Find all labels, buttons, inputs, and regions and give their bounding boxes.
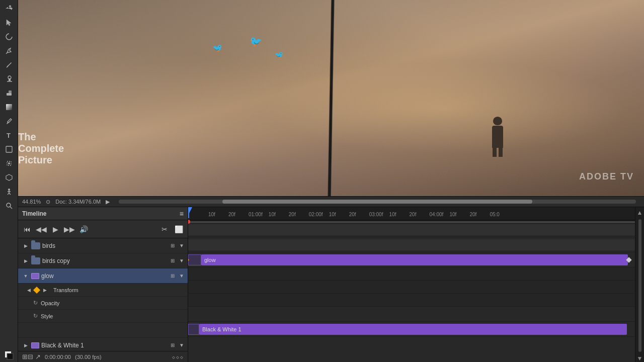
cut-tool-btn[interactable]: ✂ (158, 223, 171, 235)
ruler-tick-9: 03:00f (369, 212, 383, 217)
ruler-tick-14: 20f (469, 212, 476, 217)
first-frame-btn[interactable]: ⏮ (21, 223, 33, 235)
fps-label: (30.00 fps) (75, 354, 102, 360)
sublayer-cycle-style: ↻ (33, 313, 38, 319)
figure (489, 117, 506, 157)
audio-btn[interactable]: 🔊 (77, 223, 90, 235)
expand-black-white[interactable]: ▶ (22, 342, 29, 349)
panel-scroll-down[interactable]: ▼ (637, 355, 643, 362)
bird-1: 🐦 (212, 43, 222, 53)
panel-scrollbar[interactable] (638, 219, 641, 352)
expand-glow[interactable]: ▼ (22, 273, 29, 280)
sublayer-style-label: Style (41, 313, 53, 319)
expand-birds[interactable]: ▶ (22, 242, 29, 249)
layer-name-birds: birds (42, 242, 167, 249)
doc-info: Doc: 3.34M/76.0M (55, 199, 101, 205)
svg-rect-8 (6, 104, 12, 110)
bw-track-label: Black & White 1 (202, 326, 242, 332)
canvas-preview: 🐦 🐦 🐦 The Complete Picture ADOBE TV (18, 0, 644, 196)
timeline-menu-icon[interactable]: ≡ (180, 210, 184, 218)
layer-settings-bw[interactable]: ▼ (178, 341, 186, 349)
sublayer-style[interactable]: ↻ Style (18, 310, 188, 323)
sublayer-cycle-opacity: ↻ (33, 300, 38, 306)
svg-line-16 (9, 193, 11, 195)
track-spacer (188, 307, 635, 322)
text-tool[interactable]: T (3, 129, 16, 142)
next-frame-btn[interactable]: ▶▶ (63, 223, 75, 235)
figure-head (493, 117, 502, 125)
layer-settings-birds[interactable]: ▼ (178, 242, 186, 250)
figure-body (492, 126, 503, 148)
svg-point-11 (8, 162, 10, 164)
layer-glow[interactable]: ▼ glow ⊞ ▼ (18, 268, 188, 284)
eraser-tool[interactable] (3, 86, 16, 100)
track-black-white: Black & White 1 (188, 322, 635, 337)
eyedropper-tool[interactable] (3, 115, 16, 128)
stamp-tool[interactable] (3, 72, 16, 85)
kf-next-btn[interactable]: ▶ (41, 287, 48, 294)
layer-black-white[interactable]: ▶ Black & White 1 ⊞ ▼ (18, 338, 188, 351)
transform-tool[interactable] (3, 157, 16, 170)
move-tool[interactable] (3, 2, 16, 15)
layer-video-toggle-birds[interactable]: ⊞ (169, 242, 177, 250)
scroll-thumb-inner (222, 200, 533, 204)
layer-birds-copy[interactable]: ▶ birds copy ⊞ ▼ (18, 253, 188, 268)
figure-legs (493, 148, 503, 157)
track-glow-sub2 (188, 281, 635, 294)
export-icon[interactable]: ↗ (35, 353, 41, 360)
layer-name-glow: glow (41, 273, 167, 280)
layer-video-toggle-glow[interactable]: ⊞ (169, 272, 177, 280)
brush-tool[interactable] (3, 58, 16, 71)
lasso-tool[interactable] (3, 30, 16, 43)
ruler-tick-4: 10f (269, 212, 276, 217)
zoom-tool[interactable] (3, 199, 16, 212)
keyframe-nav: ◀ ▶ Transform (18, 284, 188, 297)
keyframe-controls: ⬦⬦⬦ (172, 353, 184, 360)
ruler-tick-11: 20f (410, 212, 417, 217)
play-btn[interactable]: ▶ (49, 223, 61, 235)
panel-scroll-up[interactable]: ▲ (637, 209, 643, 216)
scroll-bar[interactable] (119, 200, 636, 204)
svg-rect-6 (7, 93, 12, 96)
tracks-area: glow + (188, 222, 635, 362)
foreground-bg-color[interactable] (3, 349, 16, 362)
prev-frame-btn[interactable]: ◀◀ (35, 223, 47, 235)
ruler-tick-3: 01:00f (249, 212, 263, 217)
kf-prev-btn[interactable]: ◀ (25, 287, 32, 294)
figure-leg-left (493, 148, 497, 157)
expand-birds-copy[interactable]: ▶ (22, 257, 29, 264)
kf-diamond[interactable] (33, 286, 40, 293)
layer-panel: Timeline ≡ ⏮ ◀◀ ▶ ▶▶ 🔊 ✂ ⬜ ▶ (18, 207, 188, 362)
kf-control-icon[interactable]: ⬦⬦⬦ (172, 353, 184, 360)
select-tool[interactable] (3, 16, 16, 29)
pen-tool[interactable] (3, 44, 16, 57)
svg-rect-10 (6, 146, 12, 152)
svg-point-17 (7, 203, 11, 207)
layer-settings-birds-copy[interactable]: ▼ (178, 257, 186, 265)
layer-video-toggle-bw[interactable]: ⊞ (169, 341, 177, 349)
folder-icon-birds (31, 242, 40, 249)
layer-settings-glow[interactable]: ▼ (178, 272, 186, 280)
svg-line-18 (10, 207, 12, 209)
layer-name-birds-copy: birds copy (42, 257, 167, 264)
play-button[interactable]: ▶ (106, 199, 110, 205)
svg-rect-20 (7, 353, 13, 359)
svg-line-2 (6, 53, 7, 54)
monitor-btn[interactable]: ⬜ (173, 223, 185, 235)
3d-tool[interactable] (3, 171, 16, 184)
ruler-tick-12: 04:00f (430, 212, 444, 217)
shape-tool[interactable] (3, 143, 16, 156)
layer-controls-bw: ⊞ ▼ (169, 341, 186, 349)
track-birds-copy (188, 237, 635, 252)
sublayer-opacity[interactable]: ↻ Opacity (18, 297, 188, 310)
gradient-tool[interactable] (3, 101, 16, 114)
layer-video-toggle-birds-copy[interactable]: ⊞ (169, 257, 177, 265)
svg-rect-7 (9, 90, 12, 93)
layer-birds[interactable]: ▶ birds ⊞ ▼ (18, 238, 188, 253)
frame-icons[interactable]: ⊞⊟ (22, 353, 33, 360)
puppet-tool[interactable] (3, 185, 16, 198)
timeline-tracks: 10f 20f 01:00f 10f 20f 02:00f 10f 20f 03… (188, 207, 635, 362)
bird-2: 🐦 (250, 35, 262, 47)
timecode: 0:00:00:00 (45, 354, 71, 360)
ruler-tick-2: 20f (228, 212, 235, 217)
